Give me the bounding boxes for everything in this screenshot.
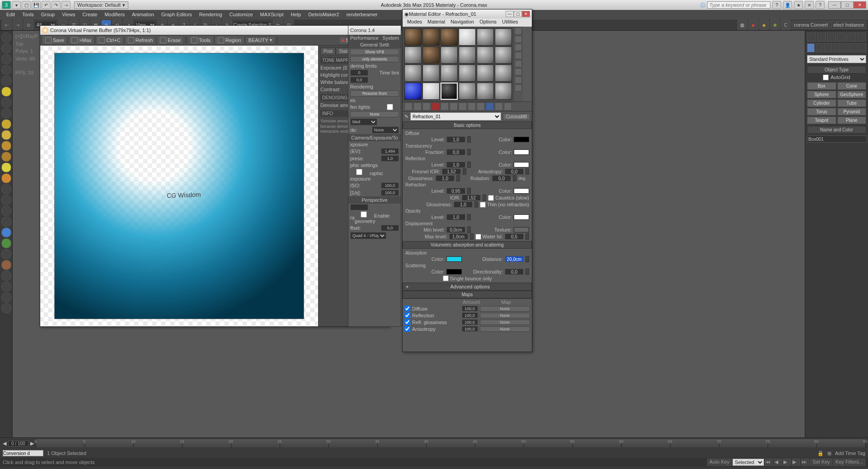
help-icon[interactable]: ?: [772, 1, 781, 9]
show-vfb-button[interactable]: Show VFB: [350, 49, 399, 55]
absorption-color-swatch[interactable]: [446, 256, 462, 262]
spin-icon[interactable]: [525, 233, 529, 240]
mat-slot-16[interactable]: [459, 65, 476, 82]
cylinder-button[interactable]: Cylinder: [807, 99, 836, 107]
coord-icon[interactable]: ⊞: [827, 450, 831, 456]
vfb-titlebar[interactable]: Corona Virtual Frame Buffer (579x794px, …: [40, 26, 389, 35]
select-link-icon[interactable]: ⇠: [2, 20, 12, 30]
save-icon[interactable]: 💾: [32, 1, 41, 9]
sphere-button[interactable]: Sphere: [807, 91, 836, 98]
lt-14-icon[interactable]: [1, 173, 11, 183]
mat-slot-12[interactable]: [495, 46, 512, 64]
lt-8-icon[interactable]: [1, 108, 11, 118]
mat-slot-14[interactable]: [422, 65, 440, 82]
helpers-cat-icon[interactable]: [841, 43, 849, 52]
lt-26-icon[interactable]: [1, 303, 11, 313]
lights-checkbox[interactable]: [381, 104, 399, 110]
me-max-button[interactable]: ▢: [514, 11, 522, 17]
lt-3-icon[interactable]: [1, 54, 11, 64]
basic-options-header[interactable]: Basic options: [403, 121, 532, 129]
spin-icon[interactable]: [470, 233, 474, 240]
mat-slot-3[interactable]: [441, 28, 458, 46]
background-icon[interactable]: [515, 44, 522, 51]
display-tab-icon[interactable]: [847, 33, 856, 42]
key-filters-button[interactable]: Key Filters...: [833, 459, 865, 466]
new-icon[interactable]: ▾: [12, 1, 21, 9]
mat-slot-15[interactable]: [441, 65, 458, 82]
add-time-tag[interactable]: Add Time Tag: [835, 450, 865, 456]
go-sibling-icon[interactable]: [504, 102, 512, 111]
red-cube-icon[interactable]: ◆: [748, 20, 758, 30]
make-unique-icon[interactable]: [450, 102, 458, 111]
lt-18-icon[interactable]: [1, 217, 11, 227]
pyramid-button[interactable]: Pyramid: [837, 108, 867, 116]
show-map-icon[interactable]: [477, 102, 485, 111]
mat-slot-9[interactable]: [441, 46, 458, 64]
prev-frame-icon[interactable]: ◀: [774, 459, 782, 466]
lt-4-icon[interactable]: [1, 65, 11, 75]
map-diffuse-checkbox[interactable]: [404, 306, 410, 311]
open-icon[interactable]: ▢: [22, 1, 31, 9]
limit-0-input[interactable]: [350, 70, 368, 76]
me-menu-utilities[interactable]: Utilities: [499, 19, 521, 27]
cone-button[interactable]: Cone: [837, 82, 867, 90]
key-mode-select[interactable]: Selected: [732, 459, 764, 466]
menu-modifiers[interactable]: Modifiers: [101, 11, 128, 18]
undo-icon[interactable]: ↶: [42, 1, 51, 9]
only-elements-button[interactable]: only elements: [350, 56, 399, 62]
translucency-fraction-input[interactable]: [446, 149, 465, 155]
menu-grapheditors[interactable]: Graph Editors: [158, 11, 196, 18]
mat-slot-22[interactable]: [459, 83, 476, 100]
single-bounce-checkbox[interactable]: Single bounce only: [443, 275, 492, 281]
put-to-lib-icon[interactable]: [459, 102, 467, 111]
link-icon[interactable]: ⇢: [61, 1, 70, 9]
uv-tiling-icon[interactable]: [515, 52, 522, 59]
ev-input[interactable]: [381, 148, 399, 154]
geometry-cat-icon[interactable]: [807, 43, 815, 52]
lt-5-icon[interactable]: [1, 76, 11, 86]
utilities-tab-icon[interactable]: [857, 33, 866, 42]
disp-texture-button[interactable]: [514, 227, 529, 232]
checker-icon[interactable]: ▦: [737, 20, 747, 30]
box-button[interactable]: Box: [807, 82, 836, 90]
close-button[interactable]: ✕: [854, 1, 866, 9]
lt-16-icon[interactable]: [1, 195, 11, 205]
modify-tab-icon[interactable]: [817, 33, 826, 42]
offset-input[interactable]: [381, 225, 399, 231]
lt-22-icon[interactable]: [1, 260, 11, 270]
play-icon[interactable]: ▶: [783, 459, 791, 466]
lt-17-icon[interactable]: [1, 206, 11, 216]
put-mat-icon[interactable]: [413, 102, 422, 111]
corona-convert-button[interactable]: corona Convert: [792, 21, 830, 29]
shapes-cat-icon[interactable]: [816, 43, 823, 52]
unlink-icon[interactable]: ⇢: [13, 20, 23, 30]
refraction-color-swatch[interactable]: [514, 188, 529, 194]
map-reflection-amount[interactable]: [462, 312, 478, 318]
quad-select[interactable]: Quad 4 - VRayF: [350, 232, 386, 239]
mat-slot-10[interactable]: [459, 46, 476, 64]
compress-input[interactable]: [381, 155, 399, 162]
volumetric-header[interactable]: Volumetric absorption and scattering: [403, 241, 532, 249]
refraction-ior-input[interactable]: [462, 195, 481, 201]
spin-icon[interactable]: [467, 227, 471, 233]
mat-slot-19[interactable]: [404, 83, 422, 100]
mat-slot-24[interactable]: [495, 83, 512, 100]
maximize-button[interactable]: ▢: [841, 1, 854, 9]
lt-10-icon[interactable]: [1, 130, 11, 140]
time-slider[interactable]: 0510152025303540455055606570758085: [36, 439, 865, 447]
lt-13-icon[interactable]: [1, 163, 11, 172]
systems-cat-icon[interactable]: [859, 43, 866, 52]
assign-mat-icon[interactable]: [422, 102, 431, 111]
aniso-rotation-input[interactable]: [492, 175, 511, 181]
vfb-tools-button[interactable]: Tools: [188, 36, 214, 45]
lt-1-icon[interactable]: [1, 33, 11, 42]
green-leaf-icon[interactable]: ❀: [770, 20, 780, 30]
me-menu-material[interactable]: Material: [425, 19, 448, 27]
map-diffuse-amount[interactable]: [462, 306, 478, 311]
lt-21-icon[interactable]: [1, 249, 11, 259]
map-aniso-checkbox[interactable]: [404, 326, 410, 332]
corona-title[interactable]: Corona 1.4: [348, 26, 401, 35]
signin-icon[interactable]: 👤: [783, 1, 792, 9]
reflection-level-input[interactable]: [446, 162, 465, 168]
vfb-channel-dropdown[interactable]: BEAUTY ▾: [245, 36, 275, 44]
